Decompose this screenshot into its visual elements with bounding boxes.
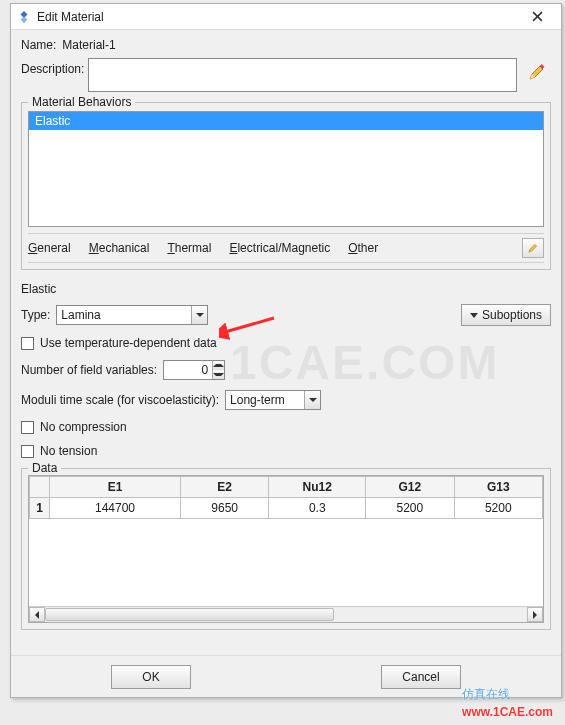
col-e1[interactable]: E1: [50, 477, 181, 498]
watermark-brand: 仿真在线 www.1CAE.com: [462, 685, 553, 719]
temp-dependent-label: Use temperature-dependent data: [40, 336, 217, 350]
cell[interactable]: 5200: [454, 498, 542, 519]
menu-thermal[interactable]: Thermal: [167, 241, 211, 255]
temp-dependent-checkbox[interactable]: [21, 337, 34, 350]
material-behaviors-legend: Material Behaviors: [28, 95, 135, 109]
spin-up-button[interactable]: [213, 361, 224, 370]
menu-other[interactable]: Other: [348, 241, 378, 255]
moduli-select[interactable]: Long-term: [225, 390, 321, 410]
scroll-right-button[interactable]: [527, 607, 543, 622]
type-value: Lamina: [61, 308, 100, 322]
cell[interactable]: 9650: [180, 498, 268, 519]
data-group: Data E1 E2 Nu12 G12 G13: [21, 468, 551, 630]
data-table[interactable]: E1 E2 Nu12 G12 G13 1 144700 9650 0.3: [29, 476, 543, 519]
app-icon: [17, 10, 31, 24]
elastic-section-title: Elastic: [21, 282, 551, 296]
no-compression-checkbox[interactable]: [21, 421, 34, 434]
scroll-track[interactable]: [45, 607, 527, 622]
table-row[interactable]: 1 144700 9650 0.3 5200 5200: [30, 498, 543, 519]
name-label: Name:: [21, 38, 56, 52]
moduli-label: Moduli time scale (for viscoelasticity):: [21, 393, 219, 407]
window-title: Edit Material: [37, 10, 519, 24]
data-table-wrap: E1 E2 Nu12 G12 G13 1 144700 9650 0.3: [28, 475, 544, 623]
triangle-down-icon: [470, 313, 478, 318]
chevron-down-icon[interactable]: [191, 306, 207, 324]
edit-description-button[interactable]: [523, 58, 551, 86]
titlebar[interactable]: Edit Material: [11, 4, 561, 30]
moduli-value: Long-term: [230, 393, 285, 407]
col-g12[interactable]: G12: [366, 477, 454, 498]
type-label: Type:: [21, 308, 50, 322]
description-label: Description:: [21, 58, 84, 76]
col-g13[interactable]: G13: [454, 477, 542, 498]
suboptions-button[interactable]: Suboptions: [461, 304, 551, 326]
no-compression-label: No compression: [40, 420, 127, 434]
scroll-left-button[interactable]: [29, 607, 45, 622]
ok-button[interactable]: OK: [111, 665, 191, 689]
no-tension-checkbox[interactable]: [21, 445, 34, 458]
cell[interactable]: 144700: [50, 498, 181, 519]
menu-mechanical[interactable]: Mechanical: [89, 241, 150, 255]
material-behaviors-list[interactable]: Elastic: [28, 111, 544, 227]
delete-behavior-button[interactable]: [522, 238, 544, 258]
cell[interactable]: 5200: [366, 498, 454, 519]
field-vars-label: Number of field variables:: [21, 363, 157, 377]
cell[interactable]: 0.3: [269, 498, 366, 519]
name-value: Material-1: [62, 38, 115, 52]
cancel-button[interactable]: Cancel: [381, 665, 461, 689]
spin-down-button[interactable]: [213, 370, 224, 379]
type-select[interactable]: Lamina: [56, 305, 208, 325]
col-e2[interactable]: E2: [180, 477, 268, 498]
field-vars-input[interactable]: [164, 361, 212, 379]
horizontal-scrollbar[interactable]: [29, 606, 543, 622]
col-nu12[interactable]: Nu12: [269, 477, 366, 498]
row-header-blank: [30, 477, 50, 498]
no-tension-label: No tension: [40, 444, 97, 458]
menu-electrical-magnetic[interactable]: Electrical/Magnetic: [229, 241, 330, 255]
field-vars-stepper[interactable]: [163, 360, 225, 380]
description-input[interactable]: [88, 58, 517, 92]
close-button[interactable]: [519, 6, 555, 28]
scroll-thumb[interactable]: [45, 608, 334, 621]
material-behaviors-group: Material Behaviors Elastic General Mecha…: [21, 102, 551, 270]
chevron-down-icon[interactable]: [304, 391, 320, 409]
data-legend: Data: [28, 461, 61, 475]
row-number: 1: [30, 498, 50, 519]
behavior-menubar: General Mechanical Thermal Electrical/Ma…: [28, 233, 544, 263]
list-item[interactable]: Elastic: [29, 112, 543, 130]
edit-material-dialog: Edit Material Name: Material-1 Descripti…: [10, 3, 562, 698]
menu-general[interactable]: General: [28, 241, 71, 255]
